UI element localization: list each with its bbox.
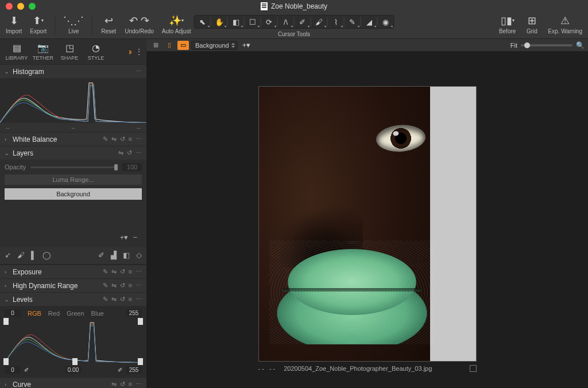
layer-item-background[interactable]: Background xyxy=(5,188,142,200)
zoom-slider[interactable] xyxy=(521,44,572,46)
reset-icon[interactable]: ↺ xyxy=(120,268,125,276)
eraser-tool-icon[interactable]: ◇ xyxy=(136,251,142,259)
levels-input-min[interactable]: 0 xyxy=(5,309,21,317)
radial-tool-icon[interactable]: ◯ xyxy=(42,251,51,259)
wb-picker-icon[interactable]: ✎ xyxy=(103,135,108,143)
tab-library[interactable]: ▤ LIBRARY xyxy=(3,42,30,61)
spot-tool[interactable]: ✐ xyxy=(295,15,311,29)
panel-menu-icon[interactable]: ⋯ xyxy=(136,381,142,388)
panel-curve-header[interactable]: › Curve ⇋ ↺ ≡ ⋯ xyxy=(0,377,146,388)
view-single-button[interactable]: ▭ xyxy=(177,41,189,50)
select-tool[interactable]: ⬉ xyxy=(195,15,211,29)
tab-shape[interactable]: ◳ SHAPE xyxy=(56,42,83,61)
levels-handle-right[interactable] xyxy=(138,358,143,365)
levels-channel-green[interactable]: Green xyxy=(67,310,84,317)
copy-icon[interactable]: ⇋ xyxy=(118,149,123,157)
hand-tool[interactable]: ✋ xyxy=(211,15,227,29)
copy-icon[interactable]: ⇋ xyxy=(111,268,117,276)
panel-layers-header[interactable]: ⌄ Layers ⇋ ↺ ⋯ xyxy=(0,146,146,160)
auto-adjust-button[interactable]: ✨▾ Auto Adjust xyxy=(162,15,191,34)
levels-histogram[interactable] xyxy=(5,319,142,364)
reset-icon[interactable]: ↺ xyxy=(127,149,132,157)
undo-redo-button[interactable]: ↶ ↷ Undo/Redo xyxy=(125,15,154,34)
view-split-button[interactable]: ▯ xyxy=(164,41,175,50)
preview-image[interactable] xyxy=(258,86,477,362)
copy-icon[interactable]: ⇋ xyxy=(111,296,117,303)
auto-icon[interactable]: ✎ xyxy=(103,282,108,289)
preset-icon[interactable]: ≡ xyxy=(129,282,132,289)
panel-menu-icon[interactable]: ⋯ xyxy=(136,68,142,75)
remove-layer-button[interactable]: − xyxy=(133,233,137,242)
levels-output-max[interactable]: 255 xyxy=(126,366,142,374)
radial-mask-tool[interactable]: ◉ xyxy=(378,15,394,29)
live-button[interactable]: ⋱⋰ Live xyxy=(63,15,84,34)
levels-channel-rgb[interactable]: RGB xyxy=(28,310,41,317)
tab-menu-button[interactable]: ⋮ xyxy=(135,47,143,56)
flag-checkbox[interactable] xyxy=(470,365,477,372)
panel-levels-header[interactable]: ⌄ Levels ✎ ⇋ ↺ ≡ ⋯ xyxy=(0,292,146,306)
reset-icon[interactable]: ↺ xyxy=(120,282,125,289)
panel-menu-icon[interactable]: ⋯ xyxy=(136,135,142,143)
panel-menu-icon[interactable]: ⋯ xyxy=(136,268,142,276)
erase-mask-tool[interactable]: ✎ xyxy=(345,15,361,29)
export-button[interactable]: ⬆▾ Export xyxy=(30,15,47,34)
levels-channel-blue[interactable]: Blue xyxy=(91,310,104,317)
levels-output-min[interactable]: 0 xyxy=(5,366,21,374)
view-grid-button[interactable]: ⊞ xyxy=(150,41,161,50)
white-picker-icon[interactable]: ✐ xyxy=(118,367,122,373)
picker-tool-icon[interactable]: ➶ xyxy=(5,251,11,259)
panel-whitebalance-header[interactable]: › White Balance ✎ ⇋ ↺ ≡ ⋯ xyxy=(0,132,146,146)
minimize-window-button[interactable] xyxy=(17,3,24,10)
panel-histogram-header[interactable]: ⌄ Histogram ⋯ xyxy=(0,64,146,78)
levels-handle-mid[interactable] xyxy=(72,358,78,365)
grid-button[interactable]: ⊞ Grid xyxy=(524,15,540,34)
gradient-tool-icon[interactable]: ▌ xyxy=(31,251,36,259)
black-picker-icon[interactable]: ✐ xyxy=(24,367,29,373)
preset-icon[interactable]: ≡ xyxy=(129,296,132,303)
reset-icon[interactable]: ↺ xyxy=(120,296,125,303)
panel-hdr-header[interactable]: › High Dynamic Range ✎ ⇋ ↺ ≡ ⋯ xyxy=(0,278,146,292)
reset-button[interactable]: ↩ Reset xyxy=(100,15,117,34)
fill-tool-icon[interactable]: ▟ xyxy=(111,251,117,259)
invert-tool-icon[interactable]: ◧ xyxy=(123,251,130,259)
tab-style[interactable]: ◔ STYLE xyxy=(83,42,109,61)
tab-tether[interactable]: 📷 TETHER xyxy=(30,42,56,61)
preset-icon[interactable]: ≡ xyxy=(129,381,132,388)
panel-menu-icon[interactable]: ⋯ xyxy=(136,296,142,303)
reset-icon[interactable]: ↺ xyxy=(120,381,125,388)
gradient-mask-tool[interactable]: ◢ xyxy=(361,15,377,29)
panel-menu-icon[interactable]: ⋯ xyxy=(136,149,142,157)
copy-icon[interactable]: ⇋ xyxy=(111,282,117,289)
brush-tool-icon[interactable]: 🖌 xyxy=(17,251,25,259)
add-layer-button[interactable]: +▾ xyxy=(242,41,251,49)
zoom-fit-label[interactable]: Fit xyxy=(510,42,517,49)
levels-channel-red[interactable]: Red xyxy=(48,310,60,317)
draw-mask-tool[interactable]: ⌇ xyxy=(328,15,344,29)
erase-tool-icon[interactable]: ✐ xyxy=(98,251,105,259)
panel-menu-icon[interactable]: ⋯ xyxy=(136,282,142,289)
rotate-tool[interactable]: ⟳ xyxy=(261,15,277,29)
copy-icon[interactable]: ⇋ xyxy=(111,381,117,388)
zoom-magnify-icon[interactable]: 🔍 xyxy=(576,41,585,49)
crop-tool[interactable]: ☐ xyxy=(245,15,261,29)
preset-icon[interactable]: ≡ xyxy=(129,268,132,276)
levels-input-max[interactable]: 255 xyxy=(126,309,142,317)
close-window-button[interactable] xyxy=(6,3,13,10)
levels-handle-left[interactable] xyxy=(3,358,9,365)
copy-icon[interactable]: ⇋ xyxy=(111,135,117,143)
reset-icon[interactable]: ↺ xyxy=(120,135,125,143)
levels-output-mid[interactable]: 0.00 xyxy=(65,366,82,374)
layer-select[interactable]: Background xyxy=(191,41,238,50)
levels-top-handle-left[interactable] xyxy=(3,318,9,325)
import-button[interactable]: ⬇ Import xyxy=(6,15,22,34)
luma-range-button[interactable]: Luma Range... xyxy=(5,174,142,185)
maximize-window-button[interactable] xyxy=(29,3,36,10)
opacity-value[interactable]: 100 xyxy=(122,163,142,171)
keystone-tool[interactable]: /\ xyxy=(278,15,294,29)
before-button[interactable]: ▯▮▾ Before xyxy=(499,15,516,34)
auto-icon[interactable]: ✎ xyxy=(103,296,108,303)
levels-top-handle-right[interactable] xyxy=(138,318,143,325)
warning-button[interactable]: ⚠ Exp. Warning xyxy=(548,15,582,34)
panel-exposure-header[interactable]: › Exposure ✎ ⇋ ↺ ≡ ⋯ xyxy=(0,265,146,278)
preset-icon[interactable]: ≡ xyxy=(129,135,132,143)
